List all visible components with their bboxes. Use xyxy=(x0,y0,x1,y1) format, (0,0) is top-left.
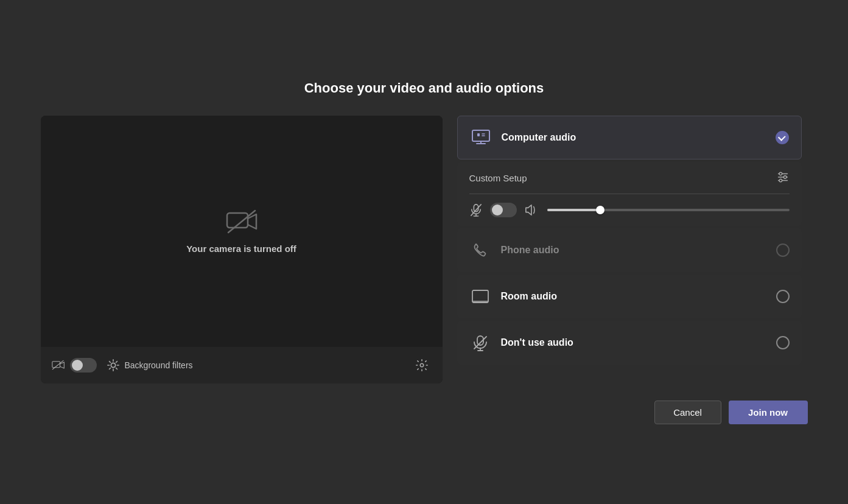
svg-point-16 xyxy=(783,175,787,178)
main-content: Your camera is turned off xyxy=(41,116,808,383)
custom-setup-title: Custom Setup xyxy=(469,173,527,183)
volume-slider-track xyxy=(547,209,790,211)
bg-filters-icon xyxy=(107,359,120,372)
no-audio-radio xyxy=(776,336,790,349)
room-audio-radio xyxy=(776,290,790,303)
mic-toggle-switch[interactable] xyxy=(490,203,517,217)
svg-marker-22 xyxy=(525,205,531,214)
computer-audio-icon xyxy=(470,127,492,149)
custom-setup-settings-icon[interactable] xyxy=(776,170,790,186)
camera-toggle-knob xyxy=(72,360,83,371)
audio-panel: Computer audio Custom Setup xyxy=(457,116,802,365)
audio-option-none[interactable]: Don't use audio xyxy=(457,321,802,365)
svg-line-1 xyxy=(228,211,255,233)
audio-option-room[interactable]: Room audio xyxy=(457,275,802,318)
computer-audio-label: Computer audio xyxy=(502,132,766,143)
bg-filters-button[interactable]: Background filters xyxy=(107,359,193,372)
svg-line-3 xyxy=(52,360,63,369)
volume-slider-fill xyxy=(547,209,601,211)
audio-option-computer[interactable]: Computer audio xyxy=(457,116,802,159)
custom-setup-divider xyxy=(469,194,790,194)
audio-option-phone[interactable]: Phone audio xyxy=(457,228,802,272)
svg-rect-23 xyxy=(472,290,488,303)
phone-audio-label: Phone audio xyxy=(501,245,766,256)
camera-off-text: Your camera is turned off xyxy=(186,243,296,254)
page-title: Choose your video and audio options xyxy=(304,80,544,96)
camera-settings-button[interactable] xyxy=(412,355,432,375)
cancel-button[interactable]: Cancel xyxy=(654,401,721,424)
room-audio-label: Room audio xyxy=(501,291,766,302)
camera-toggle-group xyxy=(52,358,97,373)
svg-point-4 xyxy=(111,363,115,367)
camera-toggle-icon xyxy=(52,359,65,372)
svg-rect-9 xyxy=(477,133,480,136)
phone-audio-icon xyxy=(469,239,491,261)
join-now-button[interactable]: Join now xyxy=(729,401,808,424)
no-audio-icon xyxy=(469,332,491,354)
bottom-bar: Cancel Join now xyxy=(41,401,808,424)
camera-off-icon xyxy=(226,208,258,235)
svg-rect-6 xyxy=(472,130,489,141)
svg-point-17 xyxy=(779,179,782,182)
custom-setup-section: Custom Setup xyxy=(457,162,802,226)
custom-setup-header: Custom Setup xyxy=(469,170,790,186)
camera-toggle-switch[interactable] xyxy=(70,358,97,373)
svg-point-15 xyxy=(779,172,782,175)
mic-toggle-knob xyxy=(492,205,503,215)
bg-filters-label: Background filters xyxy=(125,360,193,370)
custom-setup-controls xyxy=(469,203,790,217)
volume-slider-thumb xyxy=(596,206,604,214)
computer-audio-radio xyxy=(776,131,789,144)
camera-panel: Your camera is turned off xyxy=(41,116,443,383)
mic-muted-icon xyxy=(469,203,483,217)
room-audio-icon xyxy=(469,285,491,307)
no-audio-label: Don't use audio xyxy=(501,337,766,348)
phone-audio-radio xyxy=(776,243,790,257)
svg-point-5 xyxy=(420,363,424,367)
camera-toolbar: Background filters xyxy=(41,347,443,383)
camera-preview: Your camera is turned off xyxy=(41,116,443,347)
volume-slider[interactable] xyxy=(547,209,790,211)
volume-icon xyxy=(524,203,538,217)
